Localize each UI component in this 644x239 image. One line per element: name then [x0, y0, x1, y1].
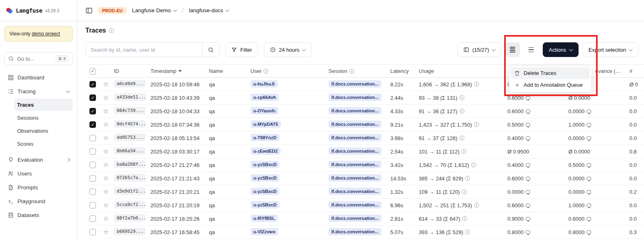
trace-id-badge[interactable]: d3e9d1f2...	[114, 187, 146, 195]
col-user[interactable]: User	[248, 68, 326, 74]
session-badge[interactable]: lf.docs.conversation...	[329, 121, 381, 128]
time-range-button[interactable]: 24 hours	[264, 42, 312, 57]
sidebar-item-dashboard[interactable]: Dashboard	[4, 71, 73, 84]
session-badge[interactable]: lf.docs.conversation...	[329, 201, 381, 208]
sidebar-toggle-icon[interactable]	[85, 7, 93, 14]
table-row[interactable]: a433de51... 2025-02-18 10:43:39 qa u-cp6…	[85, 91, 644, 105]
user-badge[interactable]: u-VIZzvwo	[250, 228, 278, 235]
row-checkbox[interactable]	[89, 121, 96, 128]
row-checkbox[interactable]	[89, 148, 96, 155]
col-name[interactable]: Name	[207, 68, 248, 74]
sidebar-item-playground[interactable]: Playground	[4, 195, 73, 208]
session-badge[interactable]: lf.docs.conversation...	[329, 94, 381, 101]
sidebar-item-scores[interactable]: Scores	[14, 138, 73, 150]
table-row[interactable]: 5cca9cf2... 2025-02-17 21:20:19 qa u-yzS…	[85, 199, 644, 212]
col-timestamp[interactable]: Timestamp	[148, 68, 207, 74]
row-checkbox[interactable]	[89, 189, 96, 195]
row-checkbox[interactable]	[89, 229, 96, 235]
menu-item-delete-traces[interactable]: Delete Traces	[511, 67, 590, 79]
demo-project-link[interactable]: demo project	[32, 31, 60, 37]
star-icon[interactable]	[103, 202, 109, 208]
sidebar-item-evaluation[interactable]: Evaluation	[4, 153, 73, 166]
col-usage[interactable]: Usage	[416, 68, 505, 74]
col-id[interactable]: ID	[111, 68, 148, 74]
session-badge[interactable]: lf.docs.conversation...	[329, 80, 381, 88]
sidebar-item-observations[interactable]: Observations	[14, 125, 73, 137]
star-icon[interactable]	[103, 189, 109, 195]
row-height-compact-button[interactable]	[505, 42, 520, 57]
project-switcher[interactable]: langfuse-docs	[189, 7, 229, 13]
star-icon[interactable]	[103, 229, 109, 235]
row-checkbox[interactable]	[89, 81, 96, 88]
col-score-c[interactable]: #	[627, 68, 644, 74]
session-badge[interactable]: lf.docs.conversation...	[329, 174, 381, 182]
trace-id-badge[interactable]: 8dcf4574...	[114, 120, 146, 128]
star-icon[interactable]	[103, 81, 109, 88]
menu-item-add-to-annotation-queue[interactable]: Add to Annotation Queue	[511, 79, 590, 91]
col-latency[interactable]: Latency	[388, 68, 416, 74]
org-switcher[interactable]: Langfuse Demo	[132, 7, 176, 13]
star-icon[interactable]	[103, 121, 109, 128]
trace-id-badge[interactable]: a0cd0d9...	[114, 80, 146, 88]
user-badge[interactable]: u-huJhuJi	[250, 80, 278, 88]
search-button[interactable]	[202, 43, 219, 57]
filter-button[interactable]: Filter	[225, 42, 258, 57]
user-badge[interactable]: u-f0YfBSL	[250, 215, 278, 222]
session-badge[interactable]: lf.docs.conversation...	[329, 215, 381, 222]
row-checkbox[interactable]	[89, 215, 96, 222]
trace-id-badge[interactable]: 88f2a7b0...	[114, 214, 146, 222]
sidebar-item-users[interactable]: Users	[4, 167, 73, 180]
trace-id-badge[interactable]: 5cca9cf2...	[114, 201, 146, 208]
sidebar-item-sessions[interactable]: Sessions	[14, 112, 73, 124]
row-checkbox[interactable]	[89, 175, 96, 182]
table-row[interactable]: dd05753... 2025-02-18 05:13:54 qa u-T98Y…	[85, 132, 644, 145]
table-row[interactable]: 084c739... 2025-02-18 10:04:33 qa u-OYau…	[85, 105, 644, 118]
session-badge[interactable]: lf.docs.conversation...	[329, 161, 381, 168]
table-row[interactable]: 07265c7a... 2025-02-17 21:21:43 qa u-yzS…	[85, 172, 644, 185]
trace-id-badge[interactable]: 07265c7a...	[114, 174, 146, 182]
sidebar-item-prompts[interactable]: Prompts	[4, 181, 73, 194]
user-badge[interactable]: u-T98YnzD	[250, 134, 279, 141]
sidebar-item-traces[interactable]: Traces	[14, 99, 73, 111]
col-session[interactable]: Session	[326, 68, 388, 74]
user-badge[interactable]: u-OYauofc	[250, 107, 278, 114]
table-row[interactable]: b669529... 2025-02-17 16:58:45 qa u-VIZz…	[85, 226, 644, 239]
actions-button[interactable]: Actions	[543, 42, 579, 57]
trace-id-badge[interactable]: 084c739...	[114, 107, 146, 114]
sidebar-item-datasets[interactable]: Datasets	[4, 208, 73, 221]
go-to-button[interactable]: Go to... ⌘ K	[4, 52, 73, 65]
star-icon[interactable]	[103, 215, 109, 222]
trace-id-badge[interactable]: a433de51...	[114, 93, 146, 101]
session-badge[interactable]: lf.docs.conversation...	[329, 228, 381, 235]
session-badge[interactable]: lf.docs.conversation...	[329, 107, 381, 114]
trace-id-badge[interactable]: dd05753...	[114, 134, 146, 141]
row-checkbox[interactable]	[89, 202, 96, 208]
table-row[interactable]: 8b66a34... 2025-02-18 03:30:17 qa u-zEwd…	[85, 145, 644, 158]
user-badge[interactable]: u-yzSBxcD	[250, 201, 279, 208]
user-badge[interactable]: u-MYpDAT5	[250, 121, 281, 128]
star-icon[interactable]	[103, 162, 109, 168]
user-badge[interactable]: u-yzSBxcD	[250, 188, 279, 195]
star-icon[interactable]	[103, 135, 109, 141]
row-checkbox[interactable]	[89, 162, 96, 168]
sidebar-item-tracing[interactable]: Tracing	[4, 85, 73, 98]
star-icon[interactable]	[103, 94, 109, 101]
export-selection-button[interactable]: Export selection	[583, 42, 639, 57]
table-row[interactable]: d3e9d1f2... 2025-02-17 21:20:21 qa u-yzS…	[85, 185, 644, 199]
session-badge[interactable]: lf.docs.conversation...	[329, 188, 381, 195]
trace-id-badge[interactable]: b669529...	[114, 228, 146, 235]
user-badge[interactable]: u-cp66Avh	[250, 94, 279, 101]
row-checkbox[interactable]	[89, 135, 96, 141]
user-badge[interactable]: u-yzSBxcD	[250, 161, 279, 168]
star-icon[interactable]	[103, 148, 109, 155]
user-badge[interactable]: u-zEwdED2	[250, 147, 281, 155]
row-checkbox[interactable]	[89, 94, 96, 101]
star-icon[interactable]	[103, 175, 109, 182]
table-row[interactable]: ba8a208f... 2025-02-17 21:27:46 qa u-yzS…	[85, 158, 644, 172]
row-height-expanded-button[interactable]	[524, 42, 539, 57]
session-badge[interactable]: lf.docs.conversation...	[329, 147, 381, 155]
table-row[interactable]: 88f2a7b0... 2025-02-17 18:25:26 qa u-f0Y…	[85, 212, 644, 226]
search-input[interactable]	[86, 47, 202, 53]
trace-id-badge[interactable]: 8b66a34...	[114, 147, 146, 155]
user-badge[interactable]: u-yzSBxcD	[250, 174, 279, 182]
